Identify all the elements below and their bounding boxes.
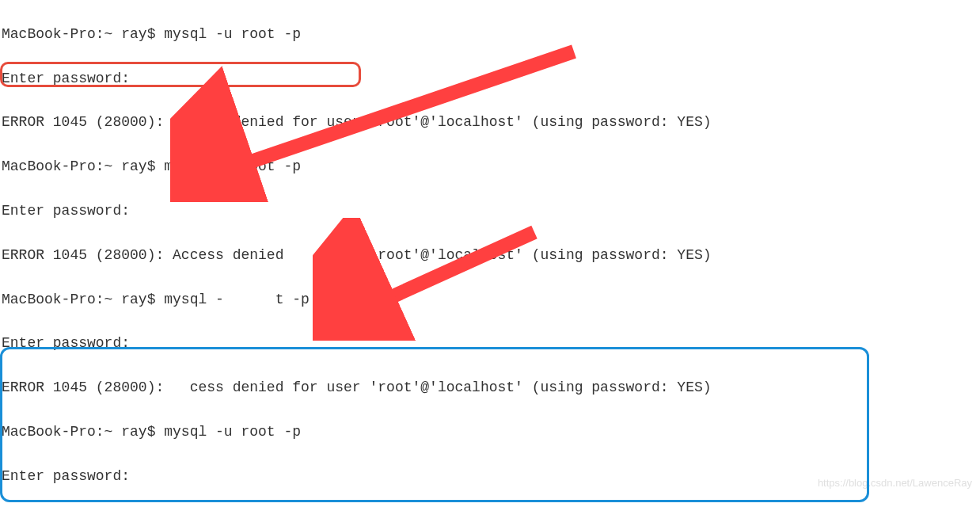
prompt: MacBook-Pro:~ ray$ <box>2 158 164 174</box>
terminal-line: MacBook-Pro:~ ray$ mysql -u root -p <box>2 421 978 444</box>
terminal-line: MacBook-Pro:~ ray$ mysql - t -p <box>2 289 978 311</box>
prompt: MacBook-Pro:~ ray$ <box>2 424 164 440</box>
command: mysql - t -p <box>164 292 310 307</box>
prompt: MacBook-Pro:~ ray$ <box>2 26 164 42</box>
terminal-line: Enter password: <box>2 200 978 223</box>
terminal-output: MacBook-Pro:~ ray$ mysql -u root -p Ente… <box>2 2 978 507</box>
terminal-line: MacBook-Pro:~ ray$ mysql -u root -p <box>2 24 978 46</box>
watermark: https://blog.csdn.net/LawenceRay <box>818 475 972 491</box>
command: mysql -u root -p <box>164 158 301 174</box>
terminal-line: Enter password: <box>2 68 978 90</box>
terminal-line: ERROR 1045 (28000): cess denied for user… <box>2 377 978 399</box>
command: mysql -u root -p <box>164 26 301 42</box>
terminal-line: Enter password: <box>2 333 978 355</box>
prompt: MacBook-Pro:~ ray$ <box>2 292 164 307</box>
terminal-line: ERROR 1045 (28000): Access denied for us… <box>2 112 978 134</box>
terminal-line: ERROR 1045 (28000): Access denied user '… <box>2 245 978 267</box>
command: mysql -u root -p <box>164 424 301 440</box>
terminal-line: MacBook-Pro:~ ray$ mysql -u root -p <box>2 156 978 178</box>
